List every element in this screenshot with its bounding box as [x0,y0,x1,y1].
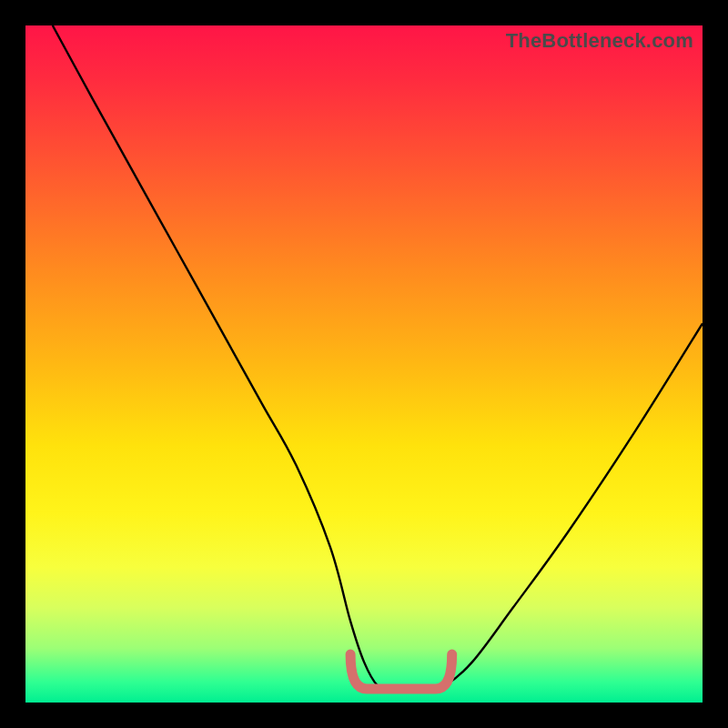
optimal-region-marker [350,654,452,689]
curve-layer [25,25,703,703]
chart-frame: TheBottleneck.com [0,0,728,728]
plot-area: TheBottleneck.com [25,25,703,703]
bottleneck-curve [53,25,703,689]
watermark-text: TheBottleneck.com [506,29,693,53]
